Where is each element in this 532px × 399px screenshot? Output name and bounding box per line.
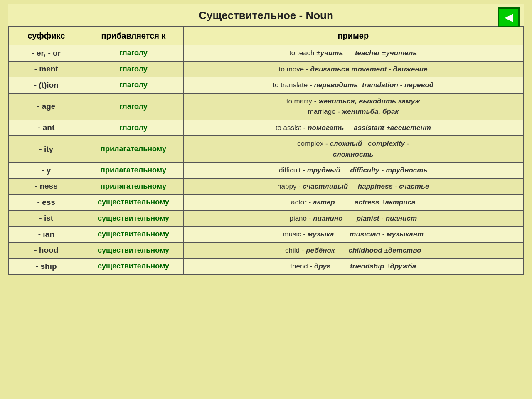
example-cell: piano - пианино pianist - пианист: [183, 210, 523, 227]
example-cell: to translate - переводить translation - …: [183, 77, 523, 94]
suffix-cell: - ant: [9, 120, 84, 136]
table-row: - er, - orглаголуto teach ±учить teacher…: [9, 45, 523, 62]
added-to-cell: глаголу: [84, 120, 183, 136]
table-row: - nessприлагательномуhappy - счастливый …: [9, 178, 523, 195]
table-header-row: суффикс прибавляется к пример: [9, 27, 523, 45]
nav-back-button[interactable]: ◀: [498, 7, 520, 27]
example-cell: to assist - помогать assistant ±ассистен…: [183, 120, 523, 136]
example-cell: to teach ±учить teacher ±учитель: [183, 45, 523, 62]
page-wrapper: Существительное - Noun ◀ суффикс прибавл…: [8, 4, 524, 275]
table-row: - antглаголуto assist - помогать assista…: [9, 120, 523, 136]
suffix-cell: - ian: [9, 227, 84, 243]
suffix-cell: - ment: [9, 61, 84, 77]
added-to-cell: существительному: [84, 195, 183, 211]
table-row: - istсуществительномуpiano - пианино pia…: [9, 210, 523, 227]
suffix-cell: - age: [9, 93, 84, 120]
suffix-cell: - ist: [9, 210, 84, 227]
added-to-cell: прилагательному: [84, 163, 183, 179]
added-to-cell: глаголу: [84, 93, 183, 120]
table-row: - ageглаголуto marry - жениться, выходит…: [9, 93, 523, 120]
suffix-cell: - ess: [9, 195, 84, 211]
added-to-cell: прилагательному: [84, 178, 183, 195]
added-to-cell: глаголу: [84, 77, 183, 94]
added-to-cell: существительному: [84, 227, 183, 243]
example-cell: friend - друг friendship ±дружба: [183, 259, 523, 275]
title-bar: Существительное - Noun ◀: [8, 4, 524, 26]
table-row: - (t)ionглаголуto translate - переводить…: [9, 77, 523, 94]
table-row: - mentглаголуto move - двигаться movemen…: [9, 61, 523, 77]
table-row: - essсуществительномуactor - актер actre…: [9, 195, 523, 211]
added-to-cell: существительному: [84, 242, 183, 259]
suffix-cell: - ship: [9, 259, 84, 275]
noun-suffix-table: суффикс прибавляется к пример - er, - or…: [8, 26, 524, 275]
suffix-cell: - er, - or: [9, 45, 84, 62]
suffix-cell: - hood: [9, 242, 84, 259]
table-row: - hoodсуществительномуchild - ребёнок ch…: [9, 242, 523, 259]
example-cell: difficult - трудный difficulty - труднос…: [183, 163, 523, 179]
page-title: Существительное - Noun: [199, 9, 333, 22]
suffix-cell: - ity: [9, 136, 84, 163]
example-cell: happy - счастливый happiness - счастье: [183, 178, 523, 195]
header-example: пример: [183, 27, 523, 45]
suffix-cell: - (t)ion: [9, 77, 84, 94]
example-cell: to marry - жениться, выходить замужmarri…: [183, 93, 523, 120]
example-cell: to move - двигаться movement - движение: [183, 61, 523, 77]
header-added-to: прибавляется к: [84, 27, 183, 45]
table-row: - ianсуществительномуmusic - музыка musi…: [9, 227, 523, 243]
table-row: - yприлагательномуdifficult - трудный di…: [9, 163, 523, 179]
example-cell: child - ребёнок childhood ±детство: [183, 242, 523, 259]
example-cell: actor - актер actress ±актриса: [183, 195, 523, 211]
suffix-cell: - y: [9, 163, 84, 179]
example-cell: music - музыка musician - музыкант: [183, 227, 523, 243]
header-suffix: суффикс: [9, 27, 84, 45]
added-to-cell: существительному: [84, 259, 183, 275]
table-row: - shipсуществительномуfriend - друг frie…: [9, 259, 523, 275]
suffix-cell: - ness: [9, 178, 84, 195]
added-to-cell: глаголу: [84, 61, 183, 77]
example-cell: complex - сложный complexity -сложность: [183, 136, 523, 163]
table-row: - ityприлагательномуcomplex - сложный co…: [9, 136, 523, 163]
added-to-cell: глаголу: [84, 45, 183, 62]
added-to-cell: прилагательному: [84, 136, 183, 163]
added-to-cell: существительному: [84, 210, 183, 227]
